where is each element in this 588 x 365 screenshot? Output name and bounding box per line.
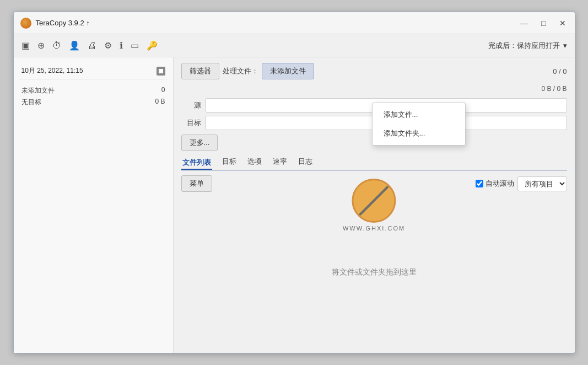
stat-label-files: 未添加文件	[21, 86, 55, 95]
stat-row-files: 未添加文件 0	[21, 86, 165, 95]
stat-row-target: 无目标 0 B	[21, 98, 165, 107]
maximize-button[interactable]: □	[539, 18, 548, 28]
size-display: 0 B / 0 B	[181, 85, 567, 93]
filter-row: 筛选器 处理文件： 未添加文件 0 / 0	[181, 63, 567, 79]
print-icon[interactable]: 🖨	[88, 41, 96, 51]
window-title: TeraCopy 3.9.2 ↑	[36, 19, 90, 27]
drop-zone: 将文件或文件夹拖到这里	[181, 197, 567, 347]
file-count: 0 / 0	[553, 67, 567, 76]
auto-scroll-label[interactable]: 自动滚动	[476, 179, 514, 189]
after-action-area: 完成后：保持应用打开 ▾	[488, 41, 567, 51]
process-label: 处理文件：	[223, 66, 258, 76]
tab-target[interactable]: 目标	[221, 155, 238, 168]
stat-value-target: 0 B	[155, 98, 165, 107]
toolbar: ▣ ⊕ ⏱ 👤 🖨 ⚙ ℹ ▭ 🔑 完成后：保持应用打开 ▾	[14, 34, 575, 57]
minimize-button[interactable]: —	[518, 18, 530, 28]
screen-icon[interactable]: ▭	[131, 40, 139, 51]
main-window: TeraCopy 3.9.2 ↑ — □ ✕ ▣ ⊕ ⏱ 👤 🖨 ⚙ ℹ ▭ 🔑…	[13, 12, 575, 353]
after-action-dropdown[interactable]: ▾	[563, 41, 567, 50]
close-button[interactable]: ✕	[557, 18, 568, 28]
date-text: 10月 25, 2022, 11:15	[21, 66, 83, 76]
window-controls: — □ ✕	[518, 18, 568, 28]
tab-speed[interactable]: 速率	[272, 155, 288, 168]
tab-filter[interactable]: 选项	[246, 155, 263, 168]
add-folder-item[interactable]: 添加文件夹...	[373, 124, 465, 143]
auto-scroll-checkbox[interactable]	[476, 180, 483, 187]
tab-log[interactable]: 日志	[297, 155, 314, 168]
content-area: 10月 25, 2022, 11:15 未添加文件 0 无目标 0 B	[14, 57, 575, 353]
unadded-button[interactable]: 未添加文件	[262, 63, 314, 79]
date-row: 10月 25, 2022, 11:15	[19, 63, 168, 79]
source-dropdown-menu: 添加文件... 添加文件夹...	[372, 103, 466, 146]
stat-label-target: 无目标	[21, 98, 41, 107]
after-action-label: 完成后：保持应用打开	[488, 41, 560, 51]
left-panel: 10月 25, 2022, 11:15 未添加文件 0 无目标 0 B	[14, 57, 174, 353]
gear-icon[interactable]: ⚙	[104, 40, 112, 51]
title-bar-left: TeraCopy 3.9.2 ↑	[20, 18, 90, 29]
add-icon[interactable]: ⊕	[37, 40, 45, 51]
clock-icon[interactable]: ⏱	[52, 41, 61, 51]
title-bar: TeraCopy 3.9.2 ↑ — □ ✕	[14, 12, 575, 34]
tabs-row: 文件列表 目标 选项 速率 日志	[181, 155, 567, 171]
app-icon	[20, 18, 31, 29]
panel-icon[interactable]: ▣	[21, 40, 30, 51]
person-icon[interactable]: 👤	[69, 40, 80, 51]
filter-button[interactable]: 筛选器	[181, 63, 219, 79]
tab-filelist[interactable]: 文件列表	[181, 157, 212, 170]
menu-button[interactable]: 菜单	[181, 175, 212, 192]
stop-inner	[159, 69, 163, 73]
auto-scroll-area: 自动滚动 所有项目	[476, 176, 567, 191]
drop-hint-text: 将文件或文件夹拖到这里	[332, 267, 417, 277]
toolbar-icons: ▣ ⊕ ⏱ 👤 🖨 ⚙ ℹ ▭ 🔑	[21, 40, 158, 51]
left-stats: 未添加文件 0 无目标 0 B	[19, 84, 168, 109]
target-label: 目标	[181, 118, 201, 128]
right-panel: 筛选器 处理文件： 未添加文件 0 / 0 0 B / 0 B 源 目标 更多.…	[174, 57, 575, 353]
add-files-item[interactable]: 添加文件...	[373, 105, 465, 124]
more-button[interactable]: 更多...	[181, 135, 218, 151]
source-label: 源	[181, 100, 201, 110]
info-icon[interactable]: ℹ	[120, 40, 123, 51]
dropdown-arrow-icon: ▾	[563, 41, 567, 50]
stat-value-files: 0	[161, 86, 165, 95]
key-icon[interactable]: 🔑	[147, 40, 158, 51]
auto-scroll-text: 自动滚动	[485, 179, 514, 189]
items-select[interactable]: 所有项目	[517, 176, 567, 191]
stop-icon[interactable]	[157, 67, 165, 76]
bottom-controls: 菜单 自动滚动 所有项目	[181, 175, 567, 192]
